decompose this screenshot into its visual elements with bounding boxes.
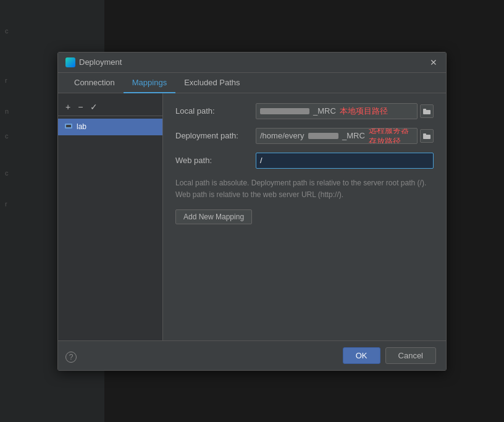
deployment-path-label: Deployment path:	[175, 131, 256, 140]
remove-server-button[interactable]: −	[75, 101, 85, 113]
hint-line1: Local path is absolute. Deployment path …	[175, 177, 434, 189]
dialog-footer: OK Cancel	[58, 340, 446, 370]
deployment-path-suffix: _MRC	[342, 131, 365, 140]
local-path-label: Local path:	[175, 106, 256, 116]
tabs-bar: Connection Mappings Excluded Paths	[58, 73, 446, 93]
hint-text: Local path is absolute. Deployment path …	[175, 177, 434, 201]
server-item-lab[interactable]: lab	[58, 119, 162, 135]
local-path-annotation: 本地项目路径	[340, 106, 388, 117]
close-button[interactable]: ✕	[429, 57, 439, 67]
add-new-mapping-button[interactable]: Add New Mapping	[175, 209, 252, 224]
local-path-browse-button[interactable]	[420, 104, 434, 118]
svg-rect-5	[423, 133, 426, 136]
deployment-path-input-wrap: /home/every _MRC 远程服务器存放路径	[256, 128, 434, 144]
web-path-input-wrap	[256, 153, 434, 169]
help-icon[interactable]: ?	[65, 352, 77, 363]
deployment-path-row: Deployment path: /home/every _MRC 远程服务器存…	[175, 128, 434, 144]
add-server-button[interactable]: +	[63, 101, 73, 113]
deployment-path-display: /home/every _MRC 远程服务器存放路径	[256, 128, 418, 144]
check-server-button[interactable]: ✓	[88, 101, 100, 113]
local-path-row: Local path: _MRC 本地项目路径	[175, 103, 434, 119]
deployment-dialog: Deployment ✕ Connection Mappings Exclude…	[57, 52, 447, 371]
server-item-label: lab	[77, 122, 86, 131]
cancel-button[interactable]: Cancel	[385, 347, 436, 364]
deployment-path-annotation: 远程服务器存放路径	[369, 128, 413, 144]
deployment-path-browse-button[interactable]	[420, 129, 434, 143]
local-path-input-wrap: _MRC 本地项目路径	[256, 103, 434, 119]
local-path-masked	[260, 108, 309, 114]
svg-rect-1	[66, 125, 71, 127]
window-title: Deployment	[79, 57, 122, 67]
mappings-form: Local path: _MRC 本地项目路径	[163, 93, 446, 340]
tab-mappings[interactable]: Mappings	[124, 73, 175, 93]
server-list-toolbar: + − ✓	[58, 98, 162, 116]
web-path-input[interactable]	[256, 153, 434, 169]
web-path-row: Web path:	[175, 153, 434, 169]
tab-excluded-paths[interactable]: Excluded Paths	[175, 73, 248, 93]
deployment-path-prefix: /home/every	[260, 131, 304, 140]
hint-line2: Web path is relative to the web server U…	[175, 189, 434, 201]
local-path-suffix: _MRC	[313, 106, 336, 116]
ok-button[interactable]: OK	[343, 347, 380, 364]
server-icon	[64, 122, 73, 132]
deployment-path-masked	[308, 133, 338, 139]
svg-rect-3	[423, 109, 426, 111]
local-path-display: _MRC 本地项目路径	[256, 103, 418, 119]
pycharm-icon	[65, 57, 75, 67]
dialog-body: + − ✓ lab Loca	[58, 93, 446, 340]
server-list-panel: + − ✓ lab	[58, 93, 163, 340]
dialog-titlebar: Deployment ✕	[58, 53, 446, 73]
web-path-label: Web path:	[175, 156, 256, 165]
dialog-title: Deployment	[65, 57, 122, 67]
dialog-overlay: Deployment ✕ Connection Mappings Exclude…	[0, 0, 504, 422]
tab-connection[interactable]: Connection	[65, 73, 124, 93]
